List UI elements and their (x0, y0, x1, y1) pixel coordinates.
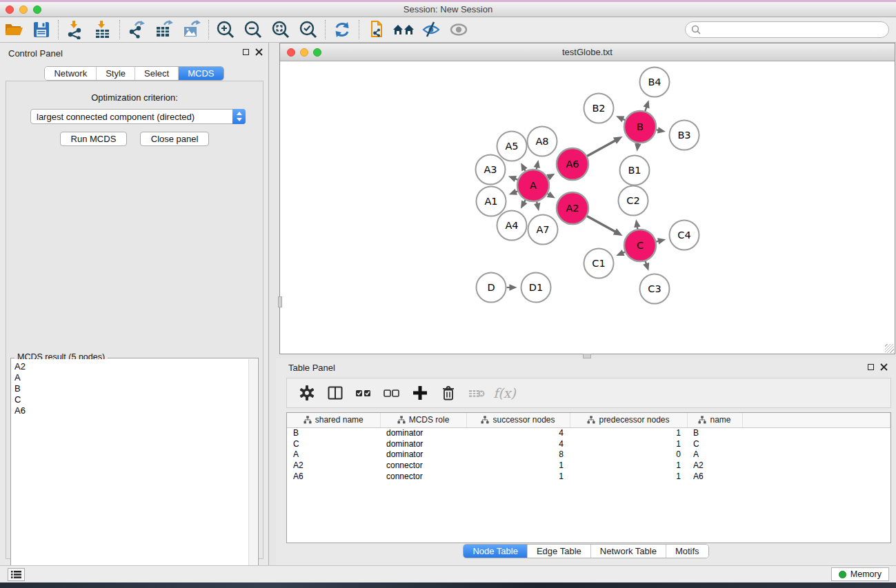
graph-node-C4[interactable]: C4 (670, 221, 699, 250)
close-panel-icon[interactable] (255, 48, 263, 56)
home-button[interactable] (390, 19, 417, 41)
graph-edge-A-A7[interactable] (534, 201, 540, 211)
optimization-criterion-select[interactable]: largest connected component (directed) (30, 109, 246, 124)
mcds-result-item[interactable]: C (12, 394, 248, 405)
table-tab-edge-table[interactable]: Edge Table (527, 545, 590, 558)
graph-node-C[interactable]: C (624, 230, 656, 261)
mcds-result-item[interactable]: A2 (12, 361, 248, 372)
splitter-handle[interactable] (278, 296, 282, 307)
unselect-all-columns-button[interactable] (379, 381, 404, 405)
refresh-view-button[interactable] (328, 19, 356, 41)
open-file-button[interactable] (0, 19, 28, 41)
column-header-shared-name[interactable]: shared name (287, 413, 380, 427)
table-cell[interactable]: connector (380, 460, 466, 471)
export-image-button[interactable] (178, 19, 206, 41)
table-cell[interactable]: B (287, 427, 380, 438)
graph-edge-B-B3[interactable] (657, 127, 666, 133)
hide-graphics-details-button[interactable] (417, 19, 445, 41)
zoom-fit-button[interactable] (267, 19, 295, 41)
close-panel-icon[interactable] (880, 363, 888, 371)
table-cell[interactable]: B (687, 427, 742, 438)
graph-node-A[interactable]: A (517, 170, 549, 201)
table-cell[interactable]: connector (380, 471, 466, 482)
show-graphics-details-button[interactable] (445, 19, 472, 41)
graph-edge-A-A3[interactable] (508, 176, 518, 182)
import-table-button[interactable] (89, 19, 117, 41)
table-row[interactable]: A6connector11A6 (287, 471, 890, 482)
table-row[interactable]: Adominator80A (287, 449, 890, 460)
close-panel-button[interactable]: Close panel (140, 132, 210, 146)
table-cell[interactable]: 1 (570, 471, 687, 482)
table-tab-node-table[interactable]: Node Table (464, 545, 527, 558)
table-cell[interactable]: dominator (380, 449, 466, 460)
column-header-predecessor-nodes[interactable]: predecessor nodes (570, 413, 687, 427)
graph-node-A2[interactable]: A2 (557, 192, 588, 224)
graph-edge-A-A1[interactable] (509, 189, 518, 195)
table-cell[interactable]: 4 (466, 427, 570, 438)
graph-edge-A-A8[interactable] (534, 160, 540, 170)
mcds-result-item[interactable]: A6 (12, 405, 248, 416)
graph-node-B1[interactable]: B1 (620, 156, 650, 185)
float-panel-icon[interactable] (243, 49, 249, 55)
table-row[interactable]: A2connector11A2 (287, 460, 890, 471)
graph-node-C3[interactable]: C3 (640, 274, 670, 304)
mcds-result-item[interactable]: B (12, 383, 248, 394)
create-column-button[interactable] (407, 381, 432, 405)
control-tab-select[interactable]: Select (135, 67, 178, 80)
table-cell[interactable]: 1 (570, 460, 687, 471)
graph-node-C2[interactable]: C2 (619, 186, 648, 216)
network-window-titlebar[interactable]: testGlobe.txt (280, 43, 895, 61)
table-cell[interactable]: A (287, 449, 380, 460)
column-header-successor-nodes[interactable]: successor nodes (466, 413, 570, 427)
table-tab-motifs[interactable]: Motifs (666, 545, 708, 558)
run-mcds-button[interactable]: Run MCDS (60, 132, 128, 146)
export-table-button[interactable] (150, 19, 178, 41)
network-canvas[interactable]: AA1A2A3A4A5A6A7A8BB1B2B3B4CC1C2C3C4DD1 (281, 61, 894, 354)
delete-column-button[interactable] (435, 381, 461, 405)
table-cell[interactable]: 0 (570, 449, 687, 460)
graph-node-C1[interactable]: C1 (584, 249, 614, 278)
table-cell[interactable]: 1 (466, 471, 570, 482)
table-cell[interactable]: dominator (380, 438, 466, 449)
graph-edge-A-A4[interactable] (521, 200, 528, 209)
graph-node-A5[interactable]: A5 (497, 132, 527, 161)
table-cell[interactable]: A6 (687, 471, 742, 482)
show-panels-button[interactable] (8, 568, 25, 581)
zoom-out-button[interactable] (239, 19, 267, 41)
graph-node-D1[interactable]: D1 (521, 273, 551, 303)
table-settings-button[interactable] (294, 381, 319, 405)
table-cell[interactable]: A2 (687, 460, 742, 471)
graph-node-D[interactable]: D (477, 273, 506, 303)
graph-edge-C-C2[interactable] (634, 219, 640, 229)
resize-grip-icon[interactable] (885, 344, 894, 353)
column-header-name[interactable]: name (687, 413, 742, 427)
control-tab-mcds[interactable]: MCDS (178, 67, 223, 80)
table-cell[interactable]: A6 (287, 471, 380, 482)
column-header-MCDS-role[interactable]: MCDS role (380, 413, 466, 427)
graph-edge-C-C4[interactable] (656, 238, 666, 244)
zoom-in-button[interactable] (212, 19, 239, 41)
graph-node-A3[interactable]: A3 (476, 155, 506, 185)
table-cell[interactable]: C (287, 438, 380, 449)
graph-edge-B-B4[interactable] (644, 100, 650, 111)
table-cell[interactable]: dominator (380, 427, 466, 438)
graph-edge-A2-C[interactable] (587, 216, 623, 236)
import-network-button[interactable] (61, 19, 89, 41)
control-tab-network[interactable]: Network (45, 67, 96, 80)
graph-edge-B-B2[interactable] (616, 116, 625, 122)
memory-button[interactable]: Memory (831, 567, 889, 581)
graph-node-A7[interactable]: A7 (528, 215, 558, 245)
control-tab-style[interactable]: Style (96, 67, 135, 80)
table-tab-network-table[interactable]: Network Table (590, 545, 666, 558)
graph-node-B3[interactable]: B3 (670, 121, 699, 150)
graph-node-A1[interactable]: A1 (477, 187, 506, 216)
graph-node-B2[interactable]: B2 (584, 94, 614, 123)
table-cell[interactable]: 8 (466, 449, 570, 460)
show-column-button[interactable] (322, 381, 348, 405)
graph-edge-A-A5[interactable] (521, 163, 528, 171)
mcds-result-item[interactable]: A (12, 372, 248, 383)
graph-node-A4[interactable]: A4 (497, 211, 527, 241)
graph-edge-B-B1[interactable] (635, 143, 641, 152)
table-cell[interactable]: 1 (570, 438, 687, 449)
table-row[interactable]: Cdominator41C (287, 438, 890, 449)
